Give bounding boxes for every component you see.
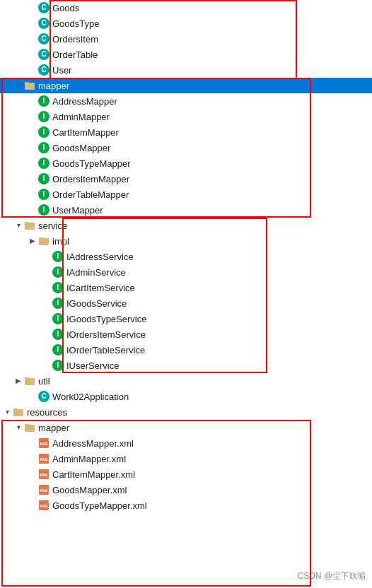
item-label: GoodsType <box>52 18 100 29</box>
tree-item-goodstype[interactable]: C GoodsType <box>0 16 372 31</box>
interface-icon: I <box>52 251 64 262</box>
item-label: IOrdersItemService <box>66 329 146 340</box>
item-label: CartItemMapper.xml <box>52 469 135 480</box>
tree-item-adminmapper[interactable]: I AdminMapper <box>0 109 372 124</box>
class-icon: C <box>38 64 50 76</box>
item-label: CartItemMapper <box>52 127 119 138</box>
folder-icon <box>24 422 35 433</box>
tree-item-mapper-resources[interactable]: ▾ mapper <box>0 420 372 435</box>
tree-item-goodsmapper-xml[interactable]: XML GoodsMapper.xml <box>0 482 372 498</box>
interface-icon: I <box>38 204 50 216</box>
svg-text:XML: XML <box>40 442 49 446</box>
folder-icon <box>24 80 35 91</box>
tree-item-util[interactable]: ▶ util <box>0 373 372 389</box>
tree-item-ordersitem[interactable]: C OrdersItem <box>0 31 372 47</box>
tree-item-goods[interactable]: C Goods <box>0 0 372 16</box>
tree-item-addressmapper[interactable]: I AddressMapper <box>0 93 372 109</box>
item-label: AddressMapper.xml <box>52 438 134 449</box>
interface-icon: I <box>38 173 50 184</box>
tree-item-iuserservice[interactable]: I IUserService <box>0 358 372 373</box>
interface-icon: I <box>52 266 64 278</box>
folder-icon <box>24 220 35 231</box>
folder-icon <box>38 235 50 247</box>
interface-icon: I <box>38 142 50 153</box>
tree-item-goodsmapper[interactable]: I GoodsMapper <box>0 140 372 155</box>
tree-item-iordertableservice[interactable]: I IOrderTableService <box>0 342 372 358</box>
tree-item-iaddressservice[interactable]: I IAddressService <box>0 249 372 264</box>
item-label: IAdminService <box>66 267 126 278</box>
tree-item-igoodstypeservice[interactable]: I IGoodsTypeService <box>0 311 372 327</box>
item-label: Work02Application <box>52 392 129 402</box>
tree-item-impl[interactable]: ▶ impl <box>0 233 372 249</box>
xml-icon: XML <box>38 500 50 511</box>
folder-icon <box>13 406 24 418</box>
item-label: resources <box>27 407 67 418</box>
tree-item-iadminservice[interactable]: I IAdminService <box>0 264 372 280</box>
tree-item-igoodsservice[interactable]: I IGoodsService <box>0 295 372 311</box>
item-label: User <box>52 65 71 76</box>
tree-item-ordertablemapper[interactable]: I OrderTableMapper <box>0 187 372 202</box>
tree-item-cartitemmapper-xml[interactable]: XML CartItemMapper.xml <box>0 466 372 482</box>
item-label: AdminMapper.xml <box>52 454 126 464</box>
svg-rect-3 <box>25 222 29 224</box>
item-label: UserMapper <box>52 205 103 216</box>
interface-icon: I <box>52 344 64 355</box>
item-label: OrdersItemMapper <box>52 174 129 184</box>
chevron-right-icon: ▶ <box>28 237 37 245</box>
item-label: AddressMapper <box>52 96 117 107</box>
tree-item-adminmapper-xml[interactable]: XML AdminMapper.xml <box>0 451 372 466</box>
svg-rect-7 <box>25 377 29 380</box>
interface-icon: I <box>38 127 50 138</box>
item-label: OrderTableMapper <box>52 189 129 200</box>
item-label: AdminMapper <box>52 112 110 122</box>
tree-item-iordersitemservice[interactable]: I IOrdersItemService <box>0 327 372 342</box>
item-label: OrderTable <box>52 49 98 60</box>
tree-item-addressmapper-xml[interactable]: XML AddressMapper.xml <box>0 435 372 451</box>
interface-icon: I <box>52 313 64 324</box>
xml-icon: XML <box>38 437 50 449</box>
interface-icon: I <box>38 189 50 200</box>
chevron-down-icon: ▾ <box>14 81 23 90</box>
tree-item-cartitemmapper[interactable]: I CartItemMapper <box>0 124 372 140</box>
tree-item-goodstypemapper-xml[interactable]: XML GoodsTypeMapper.xml <box>0 498 372 513</box>
item-label: IGoodsService <box>66 298 127 309</box>
svg-text:XML: XML <box>40 457 49 461</box>
item-label: OrdersItem <box>52 34 98 45</box>
item-label: IUserService <box>66 360 119 371</box>
item-label: GoodsMapper.xml <box>52 485 127 495</box>
interface-icon: I <box>38 111 50 122</box>
class-icon: C <box>38 18 50 29</box>
class-icon: C <box>38 2 50 13</box>
svg-rect-11 <box>25 424 29 426</box>
tree-item-ordertable[interactable]: C OrderTable <box>0 47 372 62</box>
tree-item-work02app[interactable]: C Work02Application <box>0 389 372 404</box>
svg-text:XML: XML <box>40 488 49 493</box>
xml-icon: XML <box>38 453 50 464</box>
xml-icon: XML <box>38 469 50 480</box>
tree-item-service[interactable]: ▾ service <box>0 218 372 233</box>
interface-icon: I <box>52 360 64 371</box>
item-label: Goods <box>52 3 79 13</box>
interface-icon: I <box>52 329 64 340</box>
tree-item-icartitemservice[interactable]: I ICartItemService <box>0 280 372 295</box>
chevron-down-icon: ▾ <box>14 423 23 432</box>
interface-icon: I <box>52 298 64 309</box>
item-label: IGoodsTypeService <box>66 314 146 324</box>
tree-item-resources[interactable]: ▾ resources <box>0 404 372 420</box>
interface-icon: I <box>52 282 64 293</box>
item-label: service <box>38 220 67 231</box>
folder-icon <box>24 375 35 387</box>
xml-icon: XML <box>38 484 50 495</box>
item-label: util <box>38 376 50 387</box>
tree-item-usermapper[interactable]: I UserMapper <box>0 202 372 218</box>
svg-rect-1 <box>25 82 29 84</box>
svg-text:XML: XML <box>40 473 49 477</box>
item-label: GoodsTypeMapper <box>52 158 131 169</box>
tree-item-mapper[interactable]: ▾ mapper <box>0 78 372 93</box>
svg-rect-9 <box>13 408 18 411</box>
item-label: mapper <box>38 423 69 433</box>
tree-item-ordersitemmapper[interactable]: I OrdersItemMapper <box>0 171 372 187</box>
tree-item-user[interactable]: C User <box>0 62 372 78</box>
item-label: ICartItemService <box>66 283 135 293</box>
tree-item-goodstypemapper[interactable]: I GoodsTypeMapper <box>0 155 372 171</box>
